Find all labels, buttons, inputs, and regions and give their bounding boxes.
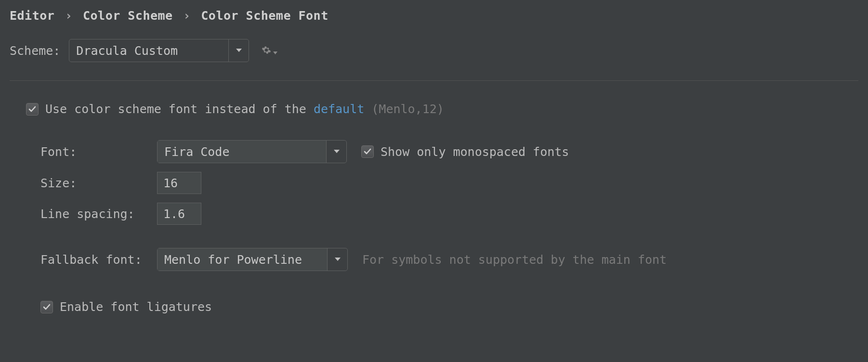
breadcrumb: Editor › Color Scheme › Color Scheme Fon… bbox=[10, 9, 858, 23]
chevron-down-small-icon bbox=[273, 44, 277, 58]
fallback-font-hint: For symbols not supported by the main fo… bbox=[362, 253, 667, 267]
enable-ligatures-label: Enable font ligatures bbox=[60, 300, 212, 314]
gear-icon bbox=[262, 44, 271, 58]
breadcrumb-separator-icon: › bbox=[62, 9, 76, 23]
default-font-link[interactable]: default bbox=[314, 102, 364, 116]
use-scheme-font-label: Use color scheme font instead of the bbox=[45, 102, 314, 116]
enable-ligatures-checkbox[interactable] bbox=[40, 301, 53, 313]
scheme-settings-button[interactable] bbox=[262, 44, 277, 58]
breadcrumb-separator-icon: › bbox=[180, 9, 194, 23]
scheme-select[interactable]: Dracula Custom bbox=[69, 39, 249, 62]
breadcrumb-item-color-scheme[interactable]: Color Scheme bbox=[83, 9, 173, 23]
chevron-down-icon[interactable] bbox=[327, 248, 347, 271]
line-spacing-label: Line spacing: bbox=[40, 207, 157, 221]
chevron-down-icon[interactable] bbox=[326, 141, 346, 163]
scheme-label: Scheme: bbox=[10, 44, 60, 58]
show-monospaced-label: Show only monospaced fonts bbox=[381, 145, 569, 159]
fallback-font-select[interactable]: Menlo for Powerline bbox=[157, 248, 348, 271]
use-scheme-font-checkbox[interactable] bbox=[26, 103, 39, 116]
fallback-font-value: Menlo for Powerline bbox=[158, 248, 327, 271]
breadcrumb-item-editor[interactable]: Editor bbox=[10, 9, 54, 23]
size-input[interactable]: 16 bbox=[157, 172, 201, 194]
scheme-select-value: Dracula Custom bbox=[69, 39, 228, 62]
chevron-down-icon[interactable] bbox=[228, 39, 249, 62]
default-font-info: (Menlo,12) bbox=[364, 102, 444, 116]
show-monospaced-checkbox[interactable] bbox=[361, 145, 374, 158]
breadcrumb-item-color-scheme-font: Color Scheme Font bbox=[201, 9, 328, 23]
font-select-value: Fira Code bbox=[158, 141, 326, 163]
size-label: Size: bbox=[40, 176, 157, 190]
font-select[interactable]: Fira Code bbox=[157, 140, 347, 163]
fallback-font-label: Fallback font: bbox=[40, 253, 157, 267]
line-spacing-input[interactable]: 1.6 bbox=[157, 203, 201, 225]
font-label: Font: bbox=[40, 145, 157, 159]
